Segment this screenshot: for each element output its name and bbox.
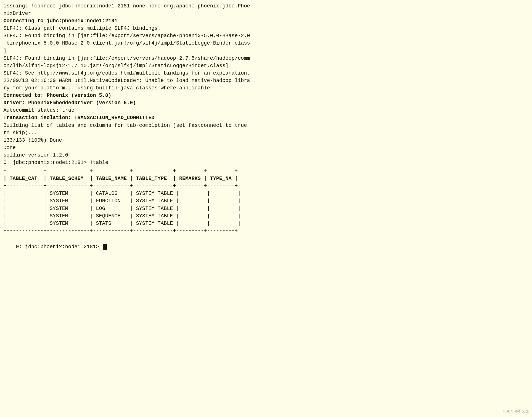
prompt-text: 0: jdbc:phoenix:node1:2181> bbox=[16, 244, 102, 250]
output-line-2: Connecting to jdbc:phoenix:node1:2181 bbox=[3, 17, 529, 25]
output-line-3: SLF4J: Class path contains multiple SLF4… bbox=[3, 25, 529, 32]
output-line-1: issuing: !connect jdbc:phoenix:node1:218… bbox=[3, 2, 529, 17]
output-line-8: Connected to: Phoenix (version 5.0) bbox=[3, 92, 529, 99]
table-header-border: +------------+--------------+-----------… bbox=[3, 182, 529, 190]
table-row: | | SYSTEM | LOG | SYSTEM TABLE | | | bbox=[3, 205, 529, 212]
output-line-9: Driver: PhoenixEmbeddedDriver (version 5… bbox=[3, 99, 529, 107]
output-line-11: Transaction isolation: TRANSACTION_READ_… bbox=[3, 114, 529, 121]
table-header-row: | TABLE_CAT | TABLE_SCHEM | TABLE_NAME |… bbox=[3, 175, 529, 182]
terminal-window: issuing: !connect jdbc:phoenix:node1:218… bbox=[0, 0, 532, 417]
table-row: | | SYSTEM | STATS | SYSTEM TABLE | | | bbox=[3, 220, 529, 227]
output-line-12: Building list of tables and columns for … bbox=[3, 122, 529, 137]
cursor-block bbox=[103, 244, 107, 250]
table-row: | | SYSTEM | FUNCTION | SYSTEM TABLE | |… bbox=[3, 197, 529, 205]
output-line-14: Done bbox=[3, 144, 529, 151]
output-line-4: SLF4J: Found binding in [jar:file:/expor… bbox=[3, 32, 529, 54]
prompt-line[interactable]: 0: jdbc:phoenix:node1:2181> bbox=[3, 236, 529, 258]
output-line-5: SLF4J: Found binding in [jar:file:/expor… bbox=[3, 55, 529, 69]
output-line-10: Autocommit status: true bbox=[3, 107, 529, 114]
table-row: | | SYSTEM | CATALOG | SYSTEM TABLE | | … bbox=[3, 190, 529, 197]
table-output: +------------+--------------+-----------… bbox=[3, 167, 529, 234]
output-line-15: sqlline version 1.2.0 bbox=[3, 151, 529, 159]
table-top-border: +------------+--------------+-----------… bbox=[3, 167, 529, 175]
output-line-13: 133/133 (100%) Done bbox=[3, 137, 529, 144]
table-row: | | SYSTEM | SEQUENCE | SYSTEM TABLE | |… bbox=[3, 212, 529, 220]
output-line-7: 22/09/13 02:16:39 WARN util.NativeCodeLo… bbox=[3, 77, 529, 92]
output-line-6: SLF4J: See http://www.slf4j.org/codes.ht… bbox=[3, 69, 529, 77]
table-bottom-border: +------------+--------------+-----------… bbox=[3, 227, 529, 234]
output-line-16: 0: jdbc:phoenix:node1:2181> !table bbox=[3, 159, 529, 166]
watermark: CSDN @不久之 bbox=[503, 409, 529, 414]
